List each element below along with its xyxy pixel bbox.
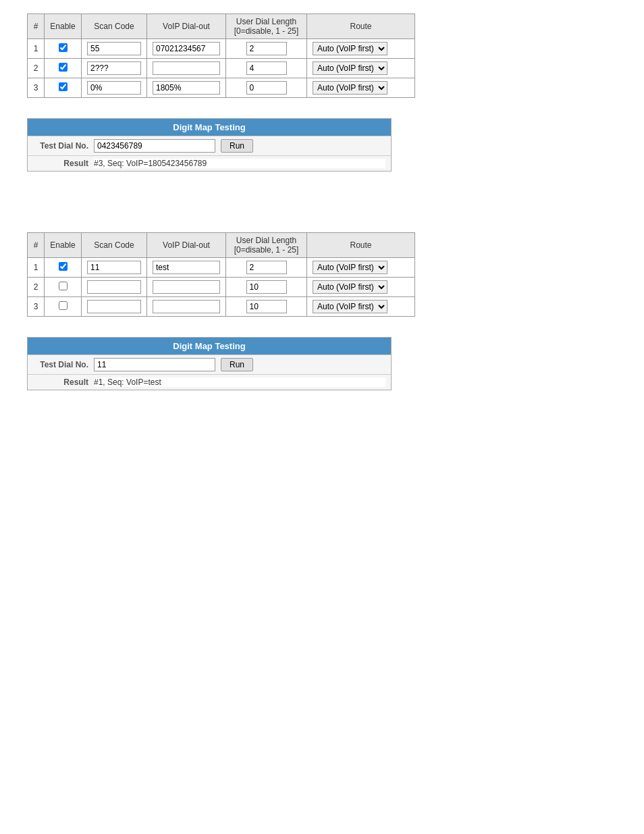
- enable-checkbox-table1-body-0[interactable]: [59, 43, 68, 52]
- col-header-route-2: Route: [307, 233, 415, 258]
- userdial-input-table2-body-2[interactable]: [246, 300, 287, 313]
- route-select-table1-body-1[interactable]: Auto (VoIP first)VoIP onlyPSTN only: [313, 61, 387, 75]
- dmt-result-value-2: #1, Seq: VoIP=test: [94, 377, 385, 387]
- row-scancode-table1-body-1: [82, 59, 147, 78]
- row-route-table1-body-0: Auto (VoIP first)VoIP onlyPSTN only: [307, 39, 415, 59]
- row-num-table2-body-2: 3: [28, 297, 45, 317]
- userdial-input-table1-body-0[interactable]: [246, 42, 287, 55]
- row-userdial-table2-body-2: [226, 297, 307, 317]
- enable-checkbox-table2-body-2[interactable]: [59, 301, 68, 310]
- voipdialout-input-table1-body-0[interactable]: [153, 42, 220, 55]
- enable-checkbox-table2-body-0[interactable]: [59, 262, 68, 271]
- dmt-header-1: Digit Map Testing: [28, 119, 391, 136]
- voipdialout-input-table2-body-0[interactable]: [153, 261, 220, 274]
- col-header-voipdialout-1: VoIP Dial-out: [147, 14, 226, 39]
- enable-checkbox-table1-body-2[interactable]: [59, 82, 68, 91]
- dmt-testdial-input-1[interactable]: [94, 139, 215, 153]
- row-userdial-table2-body-1: [226, 278, 307, 297]
- dmt-result-label-1: Result: [33, 159, 94, 168]
- row-enable-table2-body-2: [45, 297, 82, 317]
- section-1: # Enable Scan Code VoIP Dial-out User Di…: [14, 14, 630, 98]
- table-row: 1Auto (VoIP first)VoIP onlyPSTN only: [28, 258, 415, 278]
- col-header-num-1: #: [28, 14, 45, 39]
- dmt-result-value-1: #3, Seq: VoIP=1805423456789: [94, 159, 385, 168]
- row-num-table1-body-0: 1: [28, 39, 45, 59]
- userdial-input-table2-body-0[interactable]: [246, 261, 287, 274]
- row-route-table1-body-2: Auto (VoIP first)VoIP onlyPSTN only: [307, 78, 415, 98]
- row-enable-table1-body-2: [45, 78, 82, 98]
- row-enable-table1-body-1: [45, 59, 82, 78]
- dmt-container-2: Digit Map Testing Test Dial No. Run Resu…: [27, 337, 392, 390]
- dmt-result-row-2: Result #1, Seq: VoIP=test: [28, 374, 391, 390]
- dmt-testdial-input-2[interactable]: [94, 358, 215, 371]
- dmt-result-label-2: Result: [33, 377, 94, 387]
- userdial-input-table1-body-1[interactable]: [246, 61, 287, 75]
- dmt-testdial-row-1: Test Dial No. Run: [28, 136, 391, 155]
- row-userdial-table1-body-1: [226, 59, 307, 78]
- userdial-input-table1-body-2[interactable]: [246, 81, 287, 95]
- row-num-table2-body-0: 1: [28, 258, 45, 278]
- row-scancode-table2-body-1: [82, 278, 147, 297]
- col-header-scancode-2: Scan Code: [82, 233, 147, 258]
- col-header-num-2: #: [28, 233, 45, 258]
- dmt-testdial-label-2: Test Dial No.: [33, 360, 94, 369]
- route-select-table1-body-2[interactable]: Auto (VoIP first)VoIP onlyPSTN only: [313, 81, 387, 95]
- route-select-table2-body-2[interactable]: Auto (VoIP first)VoIP onlyPSTN only: [313, 300, 387, 313]
- row-voipdialout-table1-body-2: [147, 78, 226, 98]
- row-enable-table1-body-0: [45, 39, 82, 59]
- route-select-table1-body-0[interactable]: Auto (VoIP first)VoIP onlyPSTN only: [313, 42, 387, 55]
- col-header-enable-1: Enable: [45, 14, 82, 39]
- scancode-input-table2-body-2[interactable]: [87, 300, 141, 313]
- scancode-input-table1-body-0[interactable]: [87, 42, 141, 55]
- row-num-table2-body-1: 2: [28, 278, 45, 297]
- row-voipdialout-table1-body-1: [147, 59, 226, 78]
- dmt-header-2: Digit Map Testing: [28, 338, 391, 355]
- row-voipdialout-table2-body-1: [147, 278, 226, 297]
- row-voipdialout-table2-body-2: [147, 297, 226, 317]
- row-scancode-table2-body-0: [82, 258, 147, 278]
- scancode-input-table2-body-0[interactable]: [87, 261, 141, 274]
- row-enable-table2-body-0: [45, 258, 82, 278]
- voipdialout-input-table2-body-1[interactable]: [153, 280, 220, 294]
- voipdialout-input-table1-body-1[interactable]: [153, 61, 220, 75]
- row-num-table1-body-1: 2: [28, 59, 45, 78]
- scancode-input-table2-body-1[interactable]: [87, 280, 141, 294]
- col-header-scancode-1: Scan Code: [82, 14, 147, 39]
- row-route-table2-body-1: Auto (VoIP first)VoIP onlyPSTN only: [307, 278, 415, 297]
- col-header-userdial-1: User Dial Length [0=disable, 1 - 25]: [226, 14, 307, 39]
- route-select-table2-body-1[interactable]: Auto (VoIP first)VoIP onlyPSTN only: [313, 280, 387, 294]
- userdial-input-table2-body-1[interactable]: [246, 280, 287, 294]
- row-userdial-table1-body-0: [226, 39, 307, 59]
- scancode-input-table1-body-2[interactable]: [87, 81, 141, 95]
- row-route-table2-body-2: Auto (VoIP first)VoIP onlyPSTN only: [307, 297, 415, 317]
- row-scancode-table1-body-0: [82, 39, 147, 59]
- dmt-run-button-2[interactable]: Run: [221, 358, 253, 371]
- col-header-voipdialout-2: VoIP Dial-out: [147, 233, 226, 258]
- row-userdial-table2-body-0: [226, 258, 307, 278]
- voipdialout-input-table2-body-2[interactable]: [153, 300, 220, 313]
- row-num-table1-body-2: 3: [28, 78, 45, 98]
- col-header-route-1: Route: [307, 14, 415, 39]
- row-route-table1-body-1: Auto (VoIP first)VoIP onlyPSTN only: [307, 59, 415, 78]
- row-scancode-table2-body-2: [82, 297, 147, 317]
- table-row: 3Auto (VoIP first)VoIP onlyPSTN only: [28, 297, 415, 317]
- table-row: 2Auto (VoIP first)VoIP onlyPSTN only: [28, 59, 415, 78]
- voipdialout-input-table1-body-2[interactable]: [153, 81, 220, 95]
- table-row: 3Auto (VoIP first)VoIP onlyPSTN only: [28, 78, 415, 98]
- dmt-testdial-row-2: Test Dial No. Run: [28, 355, 391, 374]
- scancode-input-table1-body-1[interactable]: [87, 61, 141, 75]
- dmt-run-button-1[interactable]: Run: [221, 139, 253, 153]
- row-userdial-table1-body-2: [226, 78, 307, 98]
- row-enable-table2-body-1: [45, 278, 82, 297]
- dmt-container-1: Digit Map Testing Test Dial No. Run Resu…: [27, 118, 392, 172]
- table-row: 2Auto (VoIP first)VoIP onlyPSTN only: [28, 278, 415, 297]
- table-row: 1Auto (VoIP first)VoIP onlyPSTN only: [28, 39, 415, 59]
- row-scancode-table1-body-2: [82, 78, 147, 98]
- dmt-section-2: Digit Map Testing Test Dial No. Run Resu…: [14, 337, 630, 390]
- enable-checkbox-table1-body-1[interactable]: [59, 63, 68, 72]
- row-voipdialout-table2-body-0: [147, 258, 226, 278]
- digit-map-table-1: # Enable Scan Code VoIP Dial-out User Di…: [27, 14, 415, 98]
- route-select-table2-body-0[interactable]: Auto (VoIP first)VoIP onlyPSTN only: [313, 261, 387, 274]
- enable-checkbox-table2-body-1[interactable]: [59, 282, 68, 290]
- col-header-userdial-2: User Dial Length [0=disable, 1 - 25]: [226, 233, 307, 258]
